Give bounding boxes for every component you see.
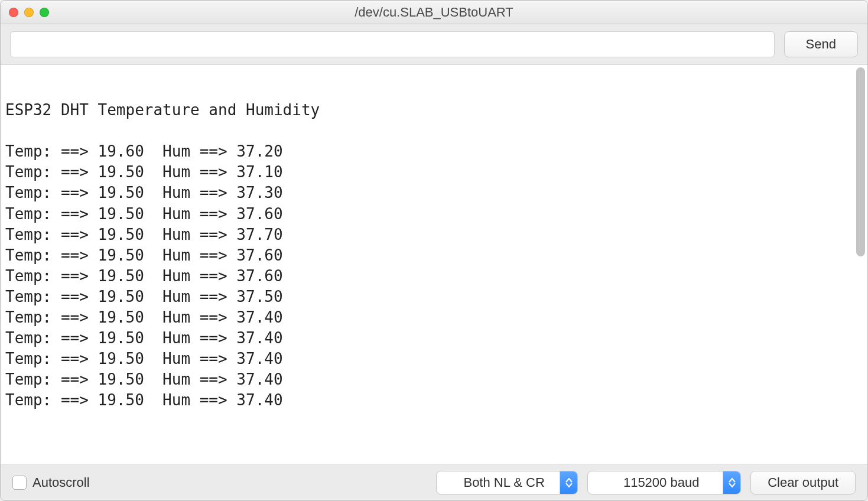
autoscroll-label: Autoscroll bbox=[32, 475, 90, 490]
traffic-lights bbox=[9, 8, 49, 17]
titlebar: /dev/cu.SLAB_USBtoUART bbox=[1, 1, 867, 24]
updown-icon bbox=[723, 471, 740, 495]
scrollbar[interactable] bbox=[856, 67, 865, 256]
line-ending-value: Both NL & CR bbox=[448, 475, 560, 490]
window-title: /dev/cu.SLAB_USBtoUART bbox=[9, 5, 859, 20]
serial-output-text: ESP32 DHT Temperature and Humidity Temp:… bbox=[1, 65, 867, 464]
autoscroll-checkbox[interactable] bbox=[12, 476, 27, 490]
minimize-window-button[interactable] bbox=[24, 8, 34, 17]
output-area: ESP32 DHT Temperature and Humidity Temp:… bbox=[1, 65, 867, 464]
baud-rate-select[interactable]: 115200 baud bbox=[587, 471, 741, 495]
autoscroll-option[interactable]: Autoscroll bbox=[12, 475, 90, 490]
close-window-button[interactable] bbox=[9, 8, 18, 17]
clear-output-button[interactable]: Clear output bbox=[750, 471, 856, 495]
command-input[interactable] bbox=[10, 31, 775, 57]
maximize-window-button[interactable] bbox=[40, 8, 49, 17]
line-ending-select[interactable]: Both NL & CR bbox=[436, 471, 578, 495]
updown-icon bbox=[560, 471, 577, 495]
serial-monitor-window: /dev/cu.SLAB_USBtoUART Send ESP32 DHT Te… bbox=[0, 0, 868, 501]
footer-toolbar: Autoscroll Both NL & CR 115200 baud Clea… bbox=[1, 464, 867, 500]
baud-rate-value: 115200 baud bbox=[600, 475, 723, 490]
send-row: Send bbox=[1, 24, 867, 65]
send-button[interactable]: Send bbox=[784, 31, 858, 57]
